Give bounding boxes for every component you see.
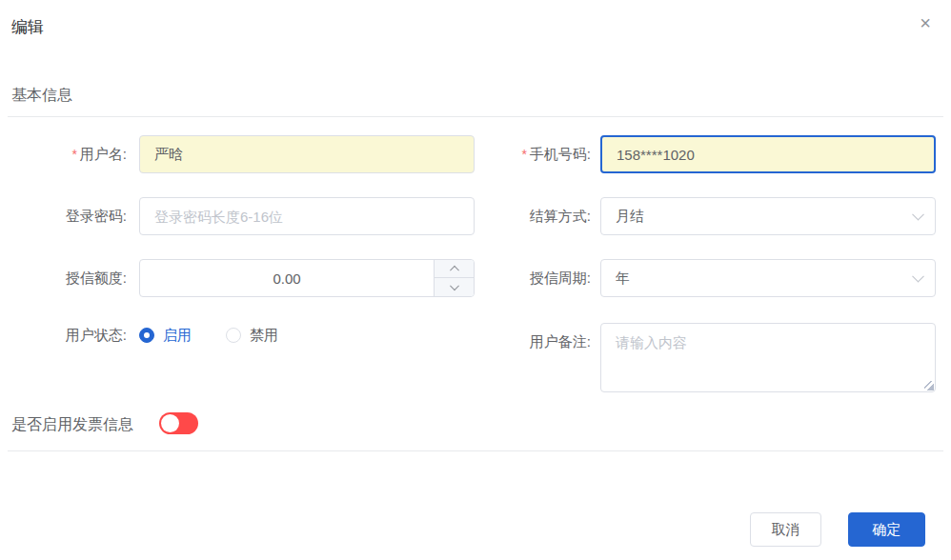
switch-knob xyxy=(161,414,179,432)
chevron-up-icon xyxy=(450,266,459,275)
chevron-down-icon xyxy=(912,270,924,283)
chevron-down-icon xyxy=(450,281,459,290)
cancel-button[interactable]: 取消 xyxy=(750,512,821,547)
user-status-label: 用户状态: xyxy=(0,316,127,354)
settlement-select[interactable]: 月结 xyxy=(600,197,936,235)
dialog-title: 编辑 xyxy=(11,16,44,38)
credit-period-selected-value: 年 xyxy=(616,270,630,288)
close-icon[interactable]: × xyxy=(915,13,936,34)
password-input[interactable] xyxy=(139,197,475,235)
remark-label: 用户备注: xyxy=(464,323,591,361)
user-status-radio-group: 启用 禁用 xyxy=(139,316,278,354)
radio-disabled[interactable] xyxy=(226,328,241,343)
section-heading-basic-info: 基本信息 xyxy=(11,86,72,106)
remark-textarea[interactable] xyxy=(600,323,936,392)
credit-limit-number-field xyxy=(139,259,475,297)
radio-enabled[interactable] xyxy=(139,328,154,343)
settlement-selected-value: 月结 xyxy=(616,208,644,226)
phone-label: *手机号码: xyxy=(464,135,591,173)
invoice-toggle-switch[interactable] xyxy=(159,412,198,434)
confirm-button[interactable]: 确定 xyxy=(848,512,925,547)
settlement-label: 结算方式: xyxy=(464,197,591,235)
username-input[interactable] xyxy=(139,135,475,173)
radio-enabled-label[interactable]: 启用 xyxy=(163,327,192,345)
section-divider xyxy=(8,116,943,117)
required-asterisk: * xyxy=(521,147,526,162)
chevron-down-icon xyxy=(912,209,924,221)
credit-period-select[interactable]: 年 xyxy=(600,259,936,297)
credit-period-label: 授信周期: xyxy=(464,259,591,297)
credit-limit-label: 授信额度: xyxy=(0,259,127,297)
password-label: 登录密码: xyxy=(0,197,127,235)
radio-disabled-label[interactable]: 禁用 xyxy=(250,327,278,345)
username-label: *用户名: xyxy=(0,135,127,173)
phone-input[interactable] xyxy=(600,135,936,173)
required-asterisk: * xyxy=(71,147,76,162)
edit-dialog: { "dialog": { "title": "编辑", "close_icon… xyxy=(0,0,951,560)
invoice-toggle-label: 是否启用发票信息 xyxy=(11,413,133,435)
credit-limit-input[interactable] xyxy=(140,260,434,296)
footer-divider xyxy=(8,450,943,451)
